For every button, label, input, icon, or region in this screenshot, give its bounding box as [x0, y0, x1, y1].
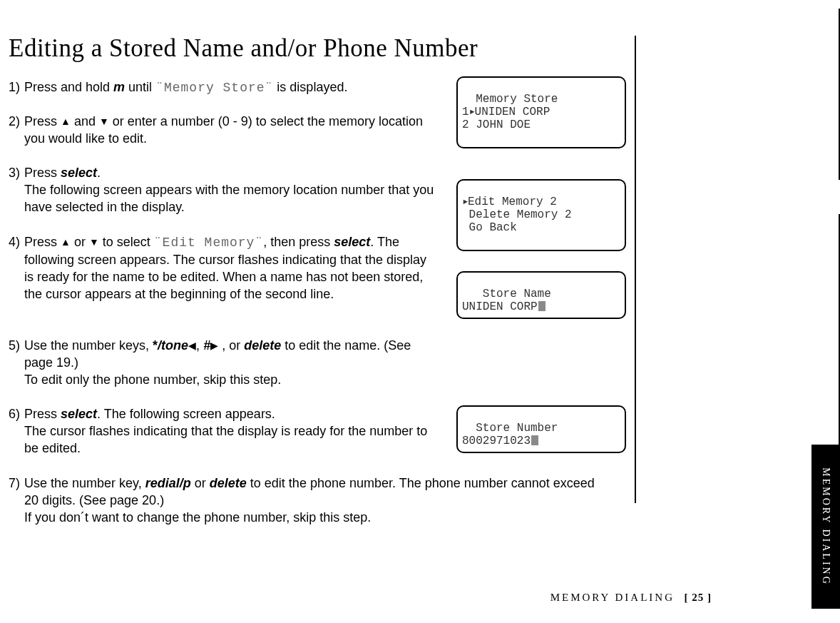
- key-m: m: [113, 80, 125, 94]
- lcd-memory-store: Memory Store 1▸UNIDEN CORP 2 JOHN DOE: [456, 76, 626, 148]
- section-tab-label: MEMORY DIALING: [820, 467, 831, 586]
- step-body: Press ▲ and ▼ or enter a number (0 - 9) …: [24, 113, 434, 147]
- key-select: select: [61, 166, 97, 180]
- cursor-icon: [538, 301, 546, 311]
- step-number: 4): [9, 233, 24, 250]
- section-tab: MEMORY DIALING: [811, 445, 840, 609]
- step-body: Press select.The following screen appear…: [24, 164, 434, 216]
- step-number: 1): [9, 78, 24, 96]
- step-number: 5): [9, 337, 24, 354]
- pointer-icon: ▸: [462, 196, 468, 208]
- lcd-store-name: Store Name UNIDEN CORP: [456, 271, 626, 319]
- lcd-text-memory-store: ¨Memory Store¨: [155, 81, 273, 95]
- left-arrow-icon: ◀: [188, 337, 196, 354]
- lcd-line: Go Back: [462, 221, 517, 234]
- step-3: 3)Press select.The following screen appe…: [9, 164, 440, 216]
- down-arrow-icon: ▼: [99, 113, 109, 130]
- step-1: 1)Press and hold m until ¨Memory Store¨ …: [9, 78, 440, 96]
- key-delete: delete: [244, 338, 281, 353]
- step-body: Press ▲ or ▼ to select ¨Edit Memory¨, th…: [24, 233, 434, 303]
- lcd-line: UNIDEN CORP: [462, 300, 546, 313]
- step-number: 2): [9, 113, 24, 130]
- step-5: 5)Use the number keys, */tone ◀, # ▶ , o…: [9, 337, 440, 388]
- column-rule: [635, 36, 636, 503]
- lcd-line: 8002971023: [462, 435, 538, 447]
- lcd-line: Store Name: [462, 288, 551, 300]
- pointer-icon: ▸: [469, 106, 475, 118]
- page-title: Editing a Stored Name and/or Phone Numbe…: [9, 34, 478, 63]
- lcd-edit-menu: ▸Edit Memory 2 Delete Memory 2 Go Back: [456, 179, 626, 251]
- lcd-line: 2 JOHN DOE: [462, 118, 531, 131]
- step-number: 3): [9, 164, 24, 181]
- step-4: 4)Press ▲ or ▼ to select ¨Edit Memory¨, …: [9, 233, 440, 303]
- lcd-line: Store Number: [462, 422, 558, 435]
- key-redial-p: redial/p: [145, 476, 191, 490]
- lcd-text-edit-memory: ¨Edit Memory¨: [154, 235, 263, 250]
- up-arrow-icon: ▲: [61, 113, 71, 130]
- lcd-store-number: Store Number 8002971023: [456, 405, 626, 453]
- right-arrow-icon: ▶: [210, 337, 218, 354]
- step-number: 6): [9, 405, 24, 422]
- up-arrow-icon: ▲: [61, 233, 71, 250]
- lcd-line: ▸Edit Memory 2: [462, 196, 557, 208]
- lcd-line: 1▸UNIDEN CORP: [462, 106, 550, 118]
- step-body: Use the number key, redial/p or delete t…: [24, 475, 609, 526]
- step-7: 7)Use the number key, redial/p or delete…: [9, 475, 615, 526]
- lcd-line: Delete Memory 2: [462, 208, 572, 221]
- step-6: 6)Press select. The following screen app…: [9, 405, 440, 457]
- step-body: Use the number keys, */tone ◀, # ▶ , or …: [24, 337, 434, 388]
- step-body: Press and hold m until ¨Memory Store¨ is…: [24, 78, 434, 96]
- key-select: select: [61, 407, 97, 421]
- down-arrow-icon: ▼: [89, 233, 99, 250]
- cursor-icon: [531, 435, 538, 445]
- footer-section: MEMORY DIALING [ 25 ]: [550, 592, 712, 604]
- page-footer: MEMORY DIALING [ 25 ] MEMORY DIALING: [0, 580, 840, 623]
- key-hash: #: [203, 338, 210, 353]
- page: Editing a Stored Name and/or Phone Numbe…: [0, 0, 840, 623]
- key-delete: delete: [210, 476, 247, 490]
- lcd-line: Memory Store: [462, 93, 558, 106]
- key-select: select: [334, 235, 370, 249]
- key-tone: /tone: [158, 338, 188, 353]
- page-number: [ 25 ]: [685, 592, 712, 603]
- step-2: 2)Press ▲ and ▼ or enter a number (0 - 9…: [9, 113, 440, 147]
- step-body: Press select. The following screen appea…: [24, 405, 434, 457]
- step-number: 7): [9, 475, 24, 492]
